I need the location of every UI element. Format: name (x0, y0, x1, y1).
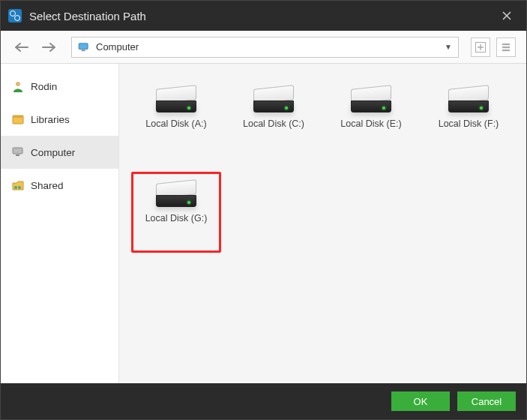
forward-button[interactable] (38, 37, 59, 58)
disk-icon (253, 87, 294, 112)
chevron-down-icon[interactable]: ▼ (445, 43, 452, 51)
svg-rect-5 (502, 50, 510, 51)
libraries-icon (11, 112, 25, 126)
drive-label: Local Disk (A:) (145, 118, 206, 129)
content-area: Local Disk (A:) Local Disk (C:) Local Di… (119, 64, 526, 383)
sidebar-item-label: Rodin (31, 81, 57, 92)
new-folder-button[interactable] (471, 38, 490, 57)
arrow-left-icon (14, 42, 29, 52)
current-path: Computer (96, 41, 439, 52)
dialog-body: Rodin Libraries Computer Shared (1, 64, 526, 383)
ok-button[interactable]: OK (391, 392, 450, 411)
sidebar-item-libraries[interactable]: Libraries (1, 103, 118, 136)
drive-item[interactable]: Local Disk (G:) (131, 172, 221, 253)
svg-point-6 (16, 82, 20, 86)
svg-rect-4 (502, 46, 510, 48)
disk-icon (351, 87, 391, 112)
disk-icon (156, 182, 196, 207)
path-box[interactable]: Computer ▼ (71, 37, 459, 58)
view-mode-button[interactable] (496, 38, 516, 57)
footer: OK Cancel (1, 383, 526, 419)
drive-label: Local Disk (F:) (439, 118, 499, 129)
back-button[interactable] (11, 37, 32, 58)
svg-rect-9 (13, 148, 22, 154)
drive-item[interactable]: Local Disk (E:) (326, 77, 416, 158)
svg-point-11 (14, 186, 17, 189)
sidebar-item-rodin[interactable]: Rodin (1, 70, 118, 103)
list-view-icon (501, 42, 511, 52)
sidebar-item-label: Shared (31, 180, 64, 191)
toolbar: Computer ▼ (1, 31, 526, 64)
sidebar-item-label: Computer (31, 147, 75, 158)
close-icon (502, 11, 511, 20)
svg-rect-3 (502, 44, 510, 45)
computer-small-icon (11, 146, 25, 159)
titlebar: Select Destination Path (1, 1, 526, 31)
svg-rect-10 (16, 154, 19, 156)
sidebar: Rodin Libraries Computer Shared (1, 64, 119, 383)
arrow-right-icon (41, 42, 56, 52)
dialog-window: Select Destination Path Computer ▼ (0, 0, 527, 420)
close-button[interactable] (492, 1, 522, 31)
drive-item[interactable]: Local Disk (F:) (424, 77, 514, 158)
cancel-button[interactable]: Cancel (457, 392, 516, 411)
svg-rect-8 (13, 116, 23, 118)
computer-icon (78, 43, 90, 52)
svg-rect-1 (82, 50, 85, 51)
drive-item[interactable]: Local Disk (C:) (229, 77, 319, 158)
app-icon (8, 9, 22, 22)
drive-label: Local Disk (G:) (145, 213, 208, 224)
drive-item[interactable]: Local Disk (A:) (131, 77, 221, 158)
disk-icon (156, 87, 196, 112)
shared-folder-icon (11, 178, 25, 192)
svg-point-12 (18, 186, 21, 189)
drive-label: Local Disk (C:) (243, 118, 304, 129)
sidebar-item-shared[interactable]: Shared (1, 169, 118, 202)
svg-rect-0 (79, 43, 88, 49)
plus-icon (475, 42, 486, 52)
drive-label: Local Disk (E:) (340, 118, 401, 129)
sidebar-item-label: Libraries (31, 114, 70, 125)
user-icon (11, 80, 25, 93)
sidebar-item-computer[interactable]: Computer (1, 136, 118, 169)
disk-icon (448, 87, 489, 112)
dialog-title: Select Destination Path (29, 10, 146, 22)
